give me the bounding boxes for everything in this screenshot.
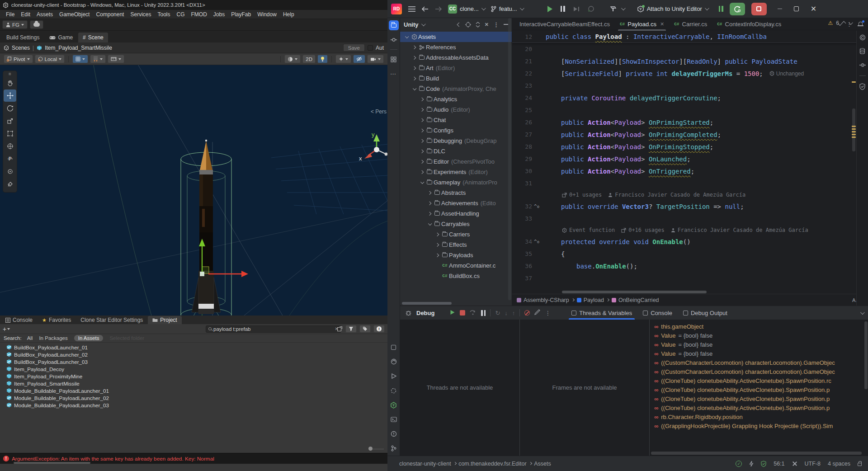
search-by-type-button[interactable]: [345, 325, 357, 333]
tree-collapsed-chevron[interactable]: [420, 150, 424, 153]
watches-horizontal-scrollbar[interactable]: [651, 452, 862, 455]
forward-icon[interactable]: [435, 6, 442, 12]
ai-assistant-icon[interactable]: [859, 34, 866, 41]
tree-collapsed-chevron[interactable]: [428, 191, 431, 195]
menu-help[interactable]: Help: [280, 11, 297, 18]
tree-collapsed-chevron[interactable]: [428, 212, 431, 216]
watch-row[interactable]: ∞Value = {bool} false: [650, 340, 868, 349]
step-out-button[interactable]: ↑: [512, 310, 515, 316]
menu-jobs[interactable]: Jobs: [210, 11, 228, 18]
tree-item-gameplay[interactable]: Gameplay (AnimatorPro: [400, 177, 512, 188]
structure-stripe-button[interactable]: [389, 35, 399, 45]
debug-tab-threads-variables[interactable]: Threads & Variables: [567, 306, 637, 320]
asset-result-row[interactable]: BuildBox_PayloadLauncher_02: [0, 351, 387, 358]
code-vision-inlay[interactable]: 0+1 usagesFrancisco Javier Casado de Ame…: [512, 189, 868, 200]
panel-tab-clone-star-editor-settings[interactable]: Clone Star Editor Settings: [76, 316, 147, 324]
tree-item-dlc[interactable]: DLC: [400, 146, 512, 156]
tree-collapsed-chevron[interactable]: [412, 66, 416, 70]
tree-item-art[interactable]: Art (Editor): [400, 63, 512, 73]
problems-stripe-button[interactable]: [389, 429, 399, 439]
code-line-20[interactable]: 20: [512, 43, 868, 55]
caret-position[interactable]: 56:1: [774, 461, 784, 467]
code-vision-inlay[interactable]: Event function0+16 usagesFrancisco Javie…: [512, 225, 868, 236]
watch-row[interactable]: ∞Value = {bool} false: [650, 331, 868, 340]
editor-tab-contextinfodisplay.cs[interactable]: C#ContextInfoDisplay.cs: [712, 18, 786, 31]
more-tools-stripe-button[interactable]: ⋯: [389, 69, 399, 79]
menu-component[interactable]: Component: [93, 11, 127, 18]
menu-cg[interactable]: CG: [173, 11, 188, 18]
profiler-button[interactable]: [588, 5, 594, 12]
tree-vertical-scrollbar[interactable]: [508, 18, 511, 300]
scale-tool[interactable]: [4, 115, 16, 127]
shield-check-icon[interactable]: [859, 83, 865, 90]
tree-collapsed-chevron[interactable]: [435, 254, 439, 257]
tree-item-build[interactable]: Build: [400, 73, 512, 84]
breadcrumb-onbeingcarried[interactable]: OnBeingCarried: [612, 297, 659, 303]
status-breadcrumb[interactable]: clonestar-unity-clientcom.thenakeddev.fs…: [399, 461, 551, 467]
asset-result-row[interactable]: BuildBox_PayloadLauncher_03: [0, 358, 387, 365]
tree-item-code[interactable]: Code (AnimatorProxy, Che: [400, 84, 512, 94]
back-icon[interactable]: [422, 6, 429, 12]
code-line-29[interactable]: 29public Action<Payload> OnLaunched;: [512, 153, 868, 165]
tree-item-assethandling[interactable]: AssetHandling: [400, 208, 512, 219]
scene-effects-dropdown[interactable]: [335, 55, 351, 63]
increment-snap-dropdown[interactable]: [90, 55, 106, 63]
code-line-25[interactable]: 25: [512, 104, 868, 116]
step-button[interactable]: [573, 6, 580, 12]
code-line-24[interactable]: 24private Coroutine delayedTriggerCorout…: [512, 92, 868, 104]
stop-button[interactable]: [751, 3, 767, 15]
tree-expanded-chevron[interactable]: [413, 86, 417, 90]
code-line-21[interactable]: 21[NonSerialized][ShowInInspector][ReadO…: [512, 55, 868, 67]
build-ok-icon[interactable]: ✓: [736, 461, 742, 467]
asset-result-row[interactable]: Item_Payload_SmartMissile: [0, 380, 387, 387]
run-button[interactable]: [547, 6, 552, 12]
hidden-objects-toggle[interactable]: [353, 55, 365, 63]
code-line-34[interactable]: 34^oprotected override void OnEnable(): [512, 236, 868, 248]
tree-item-experiments[interactable]: Experiments (Editor): [400, 167, 512, 177]
menu-playfab[interactable]: PlayFab: [228, 11, 254, 18]
debug-options-icon[interactable]: ⋮: [545, 310, 551, 316]
unity-connection-stripe-button[interactable]: [389, 400, 399, 410]
tree-item-carriers[interactable]: Carriers: [400, 229, 512, 240]
editor-horizontal-scrollbar[interactable]: [512, 290, 868, 294]
menu-services[interactable]: Services: [127, 11, 154, 18]
watch-row[interactable]: ∞this.gameObject: [650, 322, 868, 331]
lock-icon[interactable]: [858, 463, 862, 466]
build-options-chevron[interactable]: [621, 6, 626, 10]
breadcrumb-assembly-csharp[interactable]: Assembly-CSharp: [517, 297, 569, 303]
console-error-message[interactable]: ArgumentException: An item with the same…: [12, 456, 214, 462]
indent-style[interactable]: 4 spaces: [828, 461, 850, 467]
watches-scrollbar[interactable]: [864, 321, 868, 389]
readonly-toggle-icon[interactable]: [792, 461, 797, 466]
panel-tab-favorites[interactable]: ★Favorites: [38, 316, 75, 324]
code-line-22[interactable]: 22[SerializeField] private int delayedTr…: [512, 67, 868, 80]
tree-item-debugging[interactable]: Debugging (DebugGrap: [400, 136, 512, 146]
view-tab-scene[interactable]: #Scene: [78, 33, 108, 42]
stop-debug-button[interactable]: [460, 310, 465, 316]
main-menu-icon[interactable]: [408, 6, 415, 12]
editor-tab-interactivecarryablebeameffect.cs[interactable]: InteractiveCarryableBeamEffect.cs: [515, 18, 614, 31]
unity-status-bar[interactable]: ! ArgumentException: An item with the sa…: [0, 453, 387, 464]
hide-tool-window-icon[interactable]: [504, 24, 508, 25]
inspection-widget[interactable]: ⚠ 6: [828, 20, 852, 26]
vcs-stripe-button[interactable]: [389, 443, 399, 453]
horizontal-scrollbar[interactable]: [14, 462, 90, 464]
tool-settings-dropdown[interactable]: [108, 55, 124, 63]
view-tab-build-settings[interactable]: Build Settings: [2, 33, 44, 42]
nuget-stripe-button[interactable]: [389, 357, 399, 367]
tree-collapsed-chevron[interactable]: [420, 129, 424, 132]
transform-tool[interactable]: [4, 140, 16, 152]
watch-row[interactable]: ∞((CustomCharacterLocomotion) characterL…: [650, 367, 868, 376]
tree-item-payloads[interactable]: Payloads: [400, 250, 512, 260]
custom-editor-tool-2[interactable]: [4, 178, 16, 190]
expand-all-icon[interactable]: [476, 22, 480, 28]
breadcrumb-payload[interactable]: Payload: [577, 297, 604, 303]
view-tab-game[interactable]: Game: [45, 33, 77, 42]
code-line-27[interactable]: 27public Action<Payload> OnPrimingComple…: [512, 128, 868, 141]
debug-tab-debug-output[interactable]: Debug Output: [679, 306, 732, 320]
build-button[interactable]: [610, 6, 617, 12]
editor-tab-carrier.cs[interactable]: C#Carrier.cs: [670, 18, 712, 31]
watch-row[interactable]: ∞((CloneTube) clonetubeAbility.ActiveClo…: [650, 403, 868, 412]
tree-item-assets[interactable]: Assets: [400, 32, 512, 42]
move-tool[interactable]: [4, 89, 16, 102]
